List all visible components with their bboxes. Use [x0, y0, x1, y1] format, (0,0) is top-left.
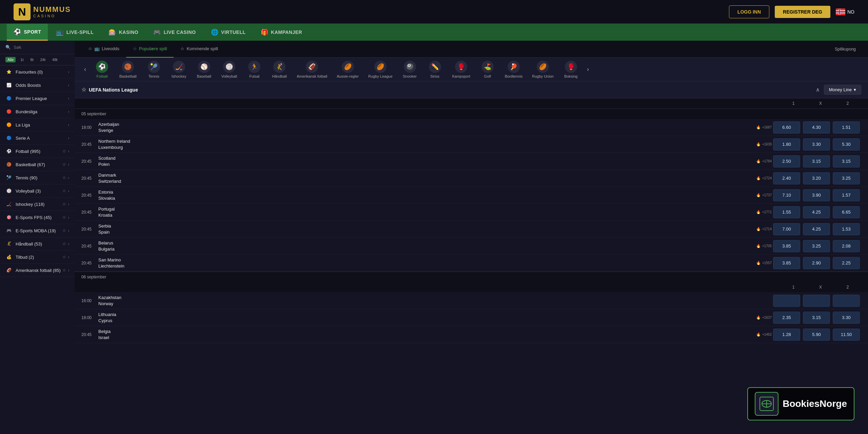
odds-btn-x[interactable]: 3.15 [803, 312, 830, 324]
odds-btn-2[interactable]: 3.15 [833, 155, 860, 167]
odds-btn-x[interactable]: 3.90 [803, 189, 830, 201]
odds-btn-2[interactable]: 1.51 [833, 121, 860, 134]
sidebar-item-odds-boosts[interactable]: 📈 Odds Boosts › [0, 79, 75, 92]
time-filter-1t[interactable]: 1t [18, 57, 25, 62]
odds-btn-1[interactable]: 1.80 [773, 138, 800, 151]
odds-btn-2[interactable]: 2.08 [833, 240, 860, 252]
league-star-icon[interactable]: ☆ [81, 86, 86, 93]
odds-btn-2[interactable]: 1.53 [833, 223, 860, 235]
odds-btn-1[interactable]: 3.85 [773, 257, 800, 269]
sidebar-item-favourites[interactable]: ⭐ Favourites (0) › [0, 65, 75, 79]
sport-rugby-union[interactable]: 🏉 Rugby Union [528, 58, 558, 81]
sport-kampsport[interactable]: 🥊 Kampsport [448, 58, 474, 81]
sport-basketball[interactable]: 🏀 Basketball [115, 58, 141, 81]
nav-live-spill[interactable]: 📺 LIVE-SPILL [49, 24, 100, 41]
star-icon[interactable]: ☆ [62, 175, 66, 180]
sidebar-item-amerikansk-fotball[interactable]: 🏈 Amerikansk fotball (85) ☆ › [0, 264, 75, 277]
sidebar-item-esports-moba[interactable]: 🎮 E-Sports MOBA (19) ☆ › [0, 224, 75, 237]
nav-virtuell[interactable]: 🌐 VIRTUELL [204, 24, 253, 41]
star-icon[interactable]: ☆ [62, 162, 66, 167]
sport-baseball[interactable]: ⚾ Baseball [192, 58, 216, 81]
odds-btn-x[interactable]: 3.20 [803, 172, 830, 184]
tab-liveodds[interactable]: ☆ 📺 Liveodds [81, 41, 126, 58]
sport-boksing[interactable]: 🥊 Boksing [559, 58, 583, 81]
time-filter-alle[interactable]: Alle [5, 57, 16, 62]
sport-volleyball[interactable]: 🏐 Volleyball [217, 58, 241, 81]
odds-btn-x[interactable]: 2.90 [803, 257, 830, 269]
odds-btn-x[interactable]: 3.30 [803, 138, 830, 151]
language-selector[interactable]: NO [836, 8, 854, 15]
time-filter-24t[interactable]: 24t [38, 57, 47, 62]
odds-btn-1[interactable]: 1.55 [773, 206, 800, 218]
nav-kasino[interactable]: 🎰 KASINO [102, 24, 145, 41]
odds-btn-1[interactable]: 2.35 [773, 312, 800, 324]
star-icon[interactable]: ☆ [62, 189, 66, 193]
scroll-left-icon[interactable]: ‹ [81, 66, 89, 73]
nav-kampanjer[interactable]: 🎁 KAMPANJER [254, 24, 309, 41]
odds-btn-2[interactable]: 3.30 [833, 312, 860, 324]
sport-ishockey[interactable]: 🏒 Ishockey [167, 58, 191, 81]
nav-live-casino[interactable]: 🎮 LIVE CASINO [146, 24, 202, 41]
sport-handball[interactable]: 🤾 Håndball [268, 58, 291, 81]
sidebar-item-fotball[interactable]: ⚽ Fotball (995) ☆ › [0, 145, 75, 158]
odds-btn-2[interactable]: 5.30 [833, 138, 860, 151]
star-icon[interactable]: ☆ [62, 228, 66, 233]
sport-snooker[interactable]: 🎱 Snooker [398, 58, 422, 81]
odds-btn-2[interactable]: 2.25 [833, 257, 860, 269]
odds-btn-x[interactable]: 3.25 [803, 240, 830, 252]
search-input[interactable] [14, 45, 69, 50]
sport-tennis[interactable]: 🎾 Tennis [142, 58, 166, 81]
sport-am-fotball[interactable]: 🏈 Amerikansk fotball [293, 58, 331, 81]
odds-btn-1[interactable]: 3.85 [773, 240, 800, 252]
star-icon[interactable]: ☆ [62, 241, 66, 246]
search-box[interactable]: 🔍 [0, 41, 75, 54]
odds-btn-1[interactable]: 6.60 [773, 121, 800, 134]
odds-btn-2[interactable]: 6.65 [833, 206, 860, 218]
sport-aussie[interactable]: 🏉 Aussie-regler [333, 58, 363, 81]
sidebar-item-basketball[interactable]: 🏀 Basketball (67) ☆ › [0, 158, 75, 171]
odds-btn-x[interactable] [803, 295, 830, 307]
star-icon[interactable]: ☆ [62, 255, 66, 259]
sidebar-item-ishockey[interactable]: 🏒 Ishockey (118) ☆ › [0, 198, 75, 211]
sidebar-item-esports-fps[interactable]: 🎯 E-Sports FPS (45) ☆ › [0, 211, 75, 224]
star-icon[interactable]: ☆ [62, 215, 66, 220]
time-filter-48t[interactable]: 48t [50, 57, 59, 62]
sport-bordtennis[interactable]: 🏓 Bordtennis [501, 58, 527, 81]
time-filter-8t[interactable]: 8t [28, 57, 36, 62]
odds-btn-x[interactable]: 4.25 [803, 206, 830, 218]
sidebar-item-serie-a[interactable]: 🔵 Serie A › [0, 132, 75, 145]
sidebar-item-tilbud[interactable]: 💰 Tilbud (2) ☆ › [0, 251, 75, 264]
scroll-right-icon[interactable]: › [584, 66, 592, 73]
odds-btn-x[interactable]: 4.30 [803, 121, 830, 134]
odds-btn-2[interactable] [833, 295, 860, 307]
sport-golf[interactable]: ⛳ Golf [476, 58, 499, 81]
odds-btn-1[interactable] [773, 295, 800, 307]
sidebar-item-bundesliga[interactable]: 🔴 Bundesliga › [0, 105, 75, 118]
money-line-button[interactable]: Money Line ▾ [824, 85, 861, 95]
sidebar-item-la-liga[interactable]: 🟠 La Liga › [0, 118, 75, 132]
odds-btn-1[interactable]: 7.10 [773, 189, 800, 201]
sport-futsal[interactable]: 🏃 Futsal [242, 58, 266, 81]
odds-btn-x[interactable]: 4.25 [803, 223, 830, 235]
odds-btn-2[interactable]: 1.57 [833, 189, 860, 201]
odds-btn-x[interactable]: 5.90 [803, 329, 830, 341]
odds-btn-1[interactable]: 2.50 [773, 155, 800, 167]
odds-btn-x[interactable]: 3.15 [803, 155, 830, 167]
tab-kommende-spill[interactable]: ☆ Kommende spill [174, 41, 225, 58]
odds-btn-2[interactable]: 11.50 [833, 329, 860, 341]
star-icon[interactable]: ☆ [62, 268, 66, 273]
odds-btn-2[interactable]: 3.25 [833, 172, 860, 184]
odds-btn-1[interactable]: 2.40 [773, 172, 800, 184]
sidebar-item-handball[interactable]: 🤾 Håndball (53) ☆ › [0, 237, 75, 251]
sidebar-item-tennis[interactable]: 🎾 Tennis (90) ☆ › [0, 171, 75, 184]
tab-populare-spill[interactable]: ☆ Populære spill [126, 41, 174, 58]
sidebar-item-volleyball[interactable]: 🏐 Volleyball (3) ☆ › [0, 184, 75, 198]
sport-rugby-league[interactable]: 🏉 Rugby League [364, 58, 397, 81]
odds-btn-1[interactable]: 7.00 [773, 223, 800, 235]
sport-fotball[interactable]: ⚽ Fotball [90, 58, 114, 81]
odds-btn-1[interactable]: 1.28 [773, 329, 800, 341]
nav-sport[interactable]: ⚽ SPORT [7, 24, 48, 41]
register-button[interactable]: REGISTRER DEG [775, 6, 830, 18]
login-button[interactable]: LOGG INN [729, 5, 769, 18]
collapse-icon[interactable]: ∧ [816, 86, 820, 93]
